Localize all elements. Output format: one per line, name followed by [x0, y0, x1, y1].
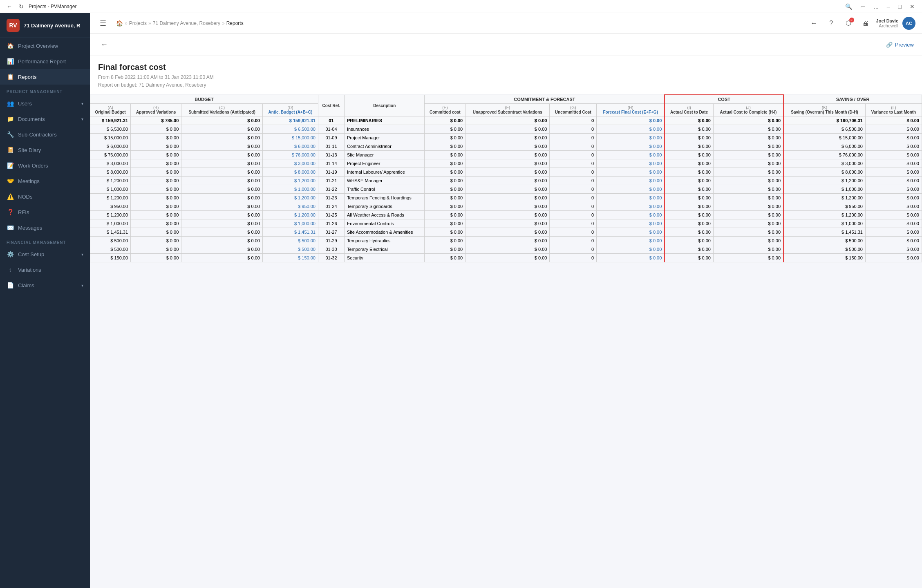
sidebar-item-label: Variations [18, 267, 41, 273]
diary-icon: 📔 [7, 146, 14, 154]
titlebar-left: ← ↻ Projects - PVManager [5, 2, 76, 11]
titlebar: ← ↻ Projects - PVManager 🔍 ▭ ... – □ ✕ [0, 0, 922, 13]
sidebar-item-nods[interactable]: ⚠️ NODs [0, 189, 90, 204]
sidebar-item-documents[interactable]: 📁 Documents ▾ [0, 111, 90, 127]
table-row: $ 6,500.00$ 0.00$ 0.00$ 6,500.0001-04Ins… [90, 125, 922, 134]
user-name: Joel Davie [876, 18, 898, 23]
cast-button[interactable]: ▭ [858, 2, 868, 11]
reports-icon: 📋 [7, 73, 14, 80]
users-icon: 👥 [7, 100, 14, 107]
zoom-button[interactable]: 🔍 [843, 2, 855, 11]
content-area: ← 🔗 Preview Final forcast cost From 8 Fe… [90, 34, 922, 588]
table-row: $ 1,000.00$ 0.00$ 0.00$ 1,000.0001-22Tra… [90, 185, 922, 194]
table-row: $ 1,200.00$ 0.00$ 0.00$ 1,200.0001-25All… [90, 211, 922, 219]
sidebar-item-label: Project Overview [18, 43, 58, 49]
table-row: $ 950.00$ 0.00$ 0.00$ 950.0001-24Tempora… [90, 202, 922, 211]
print-button[interactable]: 🖨 [859, 17, 872, 30]
user-info: Joel Davie Archewell [876, 18, 898, 28]
help-button[interactable]: ? [825, 17, 838, 30]
notification-count: 8 [849, 18, 854, 22]
sidebar-item-label: Site Diary [18, 147, 41, 153]
messages-icon: ✉️ [7, 224, 14, 231]
table-row: $ 150.00$ 0.00$ 0.00$ 150.0001-32Securit… [90, 254, 922, 262]
sidebar-item-messages[interactable]: ✉️ Messages [0, 220, 90, 235]
sidebar-item-sub-contractors[interactable]: 🔧 Sub-Contractors [0, 127, 90, 142]
meetings-icon: 🤝 [7, 177, 14, 185]
col-b-header: (B) Approved Variations [131, 104, 181, 116]
header-bar: ☰ 🏠 » Projects » 71 Dalmeny Avenue, Rose… [90, 13, 922, 34]
user-org: Archewell [876, 23, 898, 28]
sidebar-item-label: Sub-Contractors [18, 132, 57, 138]
sidebar-item-cost-setup[interactable]: ⚙️ Cost Setup ▾ [0, 246, 90, 262]
report-table: BUDGET Cost Ref. Description COMMITMENT … [90, 94, 922, 262]
wrench-icon: 🔧 [7, 131, 14, 138]
main-area: ☰ 🏠 » Projects » 71 Dalmeny Avenue, Rose… [90, 13, 922, 588]
report-title: Final forcast cost [98, 63, 914, 72]
back-nav-button[interactable]: ← [808, 17, 821, 30]
table-row: $ 1,000.00$ 0.00$ 0.00$ 1,000.0001-26Env… [90, 219, 922, 228]
sidebar-item-rfis[interactable]: ❓ RFIs [0, 204, 90, 220]
table-row: $ 76,000.00$ 0.00$ 0.00$ 76,000.0001-13S… [90, 151, 922, 159]
sidebar-item-label: NODs [18, 194, 32, 200]
report-date-range: From 8 Feb 2022 11:00 AM to 31 Jan 2023 … [98, 74, 914, 81]
table-row: $ 6,000.00$ 0.00$ 0.00$ 6,000.0001-11Con… [90, 142, 922, 151]
col-g-header: (G) Uncommitted Cost [550, 104, 597, 116]
table-row: $ 15,000.00$ 0.00$ 0.00$ 15,000.0001-09P… [90, 134, 922, 142]
table-row: $ 159,921.31$ 785.00$ 0.00$ 159,921.3101… [90, 116, 922, 125]
report-header: Final forcast cost From 8 Feb 2022 11:00… [90, 56, 922, 94]
col-cost-ref-header: Cost Ref. [318, 95, 344, 116]
sidebar-item-label: Performance Report [18, 58, 66, 65]
sidebar-item-label: Cost Setup [18, 251, 44, 257]
sidebar-item-meetings[interactable]: 🤝 Meetings [0, 173, 90, 189]
col-h-header: (H) Forecast Final Cost (E+F+G) [597, 104, 665, 116]
table-row: $ 500.00$ 0.00$ 0.00$ 500.0001-30Tempora… [90, 245, 922, 254]
sidebar-item-performance-report[interactable]: 📊 Performance Report [0, 54, 90, 69]
chevron-down-icon: ▾ [81, 283, 83, 288]
minimize-button[interactable]: – [884, 2, 893, 11]
report-table-wrapper: BUDGET Cost Ref. Description COMMITMENT … [90, 94, 922, 271]
chevron-down-icon: ▾ [81, 117, 83, 121]
chevron-down-icon: ▾ [81, 252, 83, 257]
page-title: Projects - PVManager [29, 4, 76, 9]
col-a-header: (A) Original Budget [90, 104, 131, 116]
chevron-down-icon: ▾ [81, 101, 83, 106]
close-button[interactable]: ✕ [907, 2, 917, 11]
home-icon: 🏠 [7, 42, 14, 49]
back-bar: ← 🔗 Preview [90, 34, 922, 56]
sidebar-item-work-orders[interactable]: 📝 Work Orders [0, 158, 90, 173]
breadcrumb-current: Reports [226, 20, 244, 26]
more-button[interactable]: ... [871, 2, 881, 11]
col-l-header: (L) Variance to Last Month [865, 104, 922, 116]
sidebar-item-project-overview[interactable]: 🏠 Project Overview [0, 38, 90, 54]
logo-icon: RV [7, 19, 20, 32]
col-c-header: (C) Submitted Variations (Anticipated) [181, 104, 263, 116]
sidebar-item-claims[interactable]: 📄 Claims ▾ [0, 277, 90, 293]
user-avatar[interactable]: AC [902, 17, 915, 30]
sidebar-item-label: Work Orders [18, 163, 48, 169]
header-actions: ← ? ⬡ 8 🖨 Joel Davie Archewell AC [808, 17, 915, 30]
menu-button[interactable]: ☰ [96, 17, 110, 30]
sidebar-item-label: Claims [18, 282, 34, 288]
sidebar-logo: RV 71 Dalmeny Avenue, R [0, 13, 90, 38]
sidebar-item-label: Documents [18, 116, 45, 122]
col-d-header: (D) Antic. Budget (A+B+C) [262, 104, 318, 116]
breadcrumb-project[interactable]: 71 Dalmeny Avenue, Rosebery [153, 20, 220, 26]
sidebar-item-users[interactable]: 👥 Users ▾ [0, 96, 90, 111]
sidebar: RV 71 Dalmeny Avenue, R 🏠 Project Overvi… [0, 13, 90, 588]
preview-button[interactable]: 🔗 Preview [886, 42, 914, 48]
sidebar-item-variations[interactable]: ↕️ Variations [0, 262, 90, 277]
col-e-header: (E) Committed cost [425, 104, 465, 116]
sidebar-item-site-diary[interactable]: 📔 Site Diary [0, 142, 90, 158]
col-j-header: (J) Actual Cost to Complete (H-I) [713, 104, 783, 116]
table-row: $ 1,200.00$ 0.00$ 0.00$ 1,200.0001-21WHS… [90, 177, 922, 185]
chart-icon: 📊 [7, 58, 14, 65]
report-back-button[interactable]: ← [98, 38, 110, 51]
back-button[interactable]: ← [5, 2, 14, 11]
forward-button[interactable]: ↻ [17, 2, 25, 11]
sidebar-item-label: RFIs [18, 209, 29, 215]
breadcrumb-projects[interactable]: Projects [129, 20, 147, 26]
sidebar-item-reports[interactable]: 📋 Reports [0, 69, 90, 85]
report-budget-label: Report on budget: 71 Dalmeny Avenue, Ros… [98, 81, 914, 89]
table-row: $ 3,000.00$ 0.00$ 0.00$ 3,000.0001-14Pro… [90, 159, 922, 168]
maximize-button[interactable]: □ [896, 2, 904, 11]
